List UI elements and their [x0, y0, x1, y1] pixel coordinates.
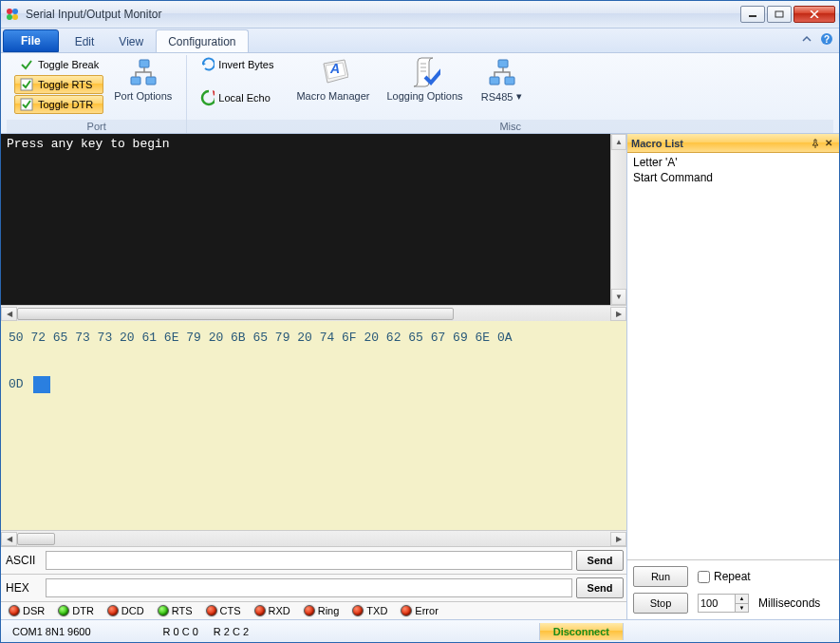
terminal-output[interactable]: Press any key to begin [1, 134, 610, 305]
maximize-button[interactable] [767, 6, 792, 23]
led-icon [254, 605, 266, 616]
macro-panel-title: Macro List [631, 138, 809, 149]
interval-input[interactable] [698, 594, 736, 613]
led-icon [58, 605, 69, 616]
led-icon [9, 605, 20, 616]
titlebar: Serial Input/Output Monitor [1, 1, 839, 28]
minimize-button[interactable] [740, 6, 765, 23]
check-icon [19, 57, 34, 72]
repeat-label: Repeat [714, 570, 751, 583]
file-menu[interactable]: File [3, 29, 59, 52]
macro-controls: Run Repeat Stop ▲▼ Milliseconds [627, 559, 839, 619]
ribbon-group-misc: Invert Bytes Local Echo A Macro Manager [187, 55, 833, 133]
network-icon [487, 58, 517, 88]
status-bar: COM1 8N1 9600 R 0 C 0 R 2 C 2 Disconnect [1, 619, 839, 642]
toggle-break-button[interactable]: Toggle Break [14, 55, 103, 74]
toggle-rts-button[interactable]: Toggle RTS [14, 75, 103, 94]
status-port: COM1 8N1 9600 [5, 626, 99, 637]
led-error: Error [395, 605, 443, 616]
scroll-up-icon[interactable]: ▲ [611, 134, 626, 150]
scroll-left-icon[interactable]: ◀ [1, 307, 17, 321]
led-icon [206, 605, 217, 616]
svg-rect-15 [490, 77, 499, 85]
ribbon-group-misc-label: Misc [187, 120, 833, 133]
app-window: Serial Input/Output Monitor File Edit Vi… [0, 0, 840, 643]
scroll-right-icon[interactable]: ▶ [610, 307, 626, 321]
help-icon[interactable]: ? [820, 32, 833, 48]
close-button[interactable] [793, 6, 835, 23]
ascii-input[interactable] [46, 551, 572, 570]
terminal-hscrollbar[interactable]: ◀ ▶ [1, 305, 626, 321]
disconnect-button[interactable]: Disconnect [539, 623, 624, 640]
ribbon-group-port-label: Port [7, 120, 186, 133]
port-options-button[interactable]: Port Options [107, 55, 178, 104]
tab-edit[interactable]: Edit [63, 29, 107, 52]
led-icon [158, 605, 169, 616]
menu-tabs: File Edit View Configuration ? [1, 28, 839, 53]
led-dtr: DTR [52, 605, 100, 616]
network-icon [128, 58, 159, 88]
ascii-send-button[interactable]: Send [576, 550, 624, 571]
led-icon [401, 605, 412, 616]
run-button[interactable]: Run [633, 566, 688, 587]
scrollbar-thumb[interactable] [17, 308, 454, 320]
rs485-button[interactable]: RS485▾ [474, 55, 531, 105]
led-dcd: DCD [102, 605, 150, 616]
status-cursor1: R 0 C 0 [156, 626, 206, 637]
hex-cursor [33, 376, 50, 393]
toggle-dtr-button[interactable]: Toggle DTR [14, 95, 103, 114]
local-echo-button[interactable]: Local Echo [195, 88, 278, 107]
close-panel-icon[interactable]: ✕ [822, 137, 835, 150]
invert-bytes-button[interactable]: Invert Bytes [195, 55, 278, 74]
led-icon [352, 605, 364, 616]
signal-led-row: DSR DTR DCD RTS CTS RXD Ring TXD Error [1, 601, 626, 619]
ribbon: Toggle Break Toggle RTS Toggle DTR [1, 53, 839, 134]
scroll-right-icon[interactable]: ▶ [610, 532, 626, 546]
svg-rect-11 [131, 77, 140, 85]
svg-rect-14 [498, 60, 508, 67]
scroll-left-icon[interactable]: ◀ [1, 532, 17, 546]
hex-send-button[interactable]: Send [576, 577, 624, 598]
tab-configuration[interactable]: Configuration [156, 29, 248, 52]
macro-item[interactable]: Start Command [631, 170, 835, 185]
echo-icon [199, 90, 215, 105]
hex-output[interactable]: 50 72 65 73 73 20 61 6E 79 20 6B 65 79 2… [1, 321, 626, 530]
tab-view[interactable]: View [106, 29, 156, 52]
led-rxd: RXD [249, 605, 296, 616]
svg-point-2 [7, 14, 12, 20]
hex-label: HEX [4, 581, 42, 595]
svg-rect-4 [749, 15, 756, 17]
dropdown-caret-icon: ▾ [516, 90, 522, 103]
stepper-up-icon[interactable]: ▲ [736, 595, 748, 604]
check-box-icon [19, 97, 34, 112]
window-title: Serial Input/Output Monitor [26, 8, 740, 21]
hex-send-row: HEX Send [1, 574, 626, 601]
check-box-icon [19, 77, 34, 92]
terminal-vscrollbar[interactable]: ▲ ▼ [610, 134, 626, 305]
svg-text:?: ? [824, 34, 830, 45]
svg-point-3 [12, 14, 18, 20]
repeat-checkbox[interactable] [698, 571, 710, 583]
scrollbar-thumb[interactable] [17, 533, 55, 545]
repeat-checkbox-wrap[interactable]: Repeat [698, 570, 751, 583]
interval-stepper[interactable]: ▲▼ [736, 594, 749, 613]
collapse-ribbon-icon[interactable] [801, 33, 812, 47]
macro-list[interactable]: Letter 'A' Start Command [627, 153, 839, 559]
pin-icon[interactable] [809, 137, 822, 150]
svg-point-0 [7, 9, 12, 14]
macro-manager-button[interactable]: A Macro Manager [289, 55, 376, 104]
macro-item[interactable]: Letter 'A' [631, 155, 835, 170]
main-area: Press any key to begin ▲ ▼ ◀ ▶ 50 72 65 … [1, 134, 839, 619]
ribbon-group-port: Toggle Break Toggle RTS Toggle DTR [7, 55, 187, 133]
status-cursor2: R 2 C 2 [206, 626, 256, 637]
refresh-icon [199, 57, 215, 72]
logging-options-button[interactable]: Logging Options [380, 55, 469, 104]
led-icon [107, 605, 119, 616]
hex-input[interactable] [46, 578, 572, 597]
stop-button[interactable]: Stop [633, 593, 688, 614]
ascii-send-row: ASCII Send [1, 546, 626, 574]
hex-hscrollbar[interactable]: ◀ ▶ [1, 530, 626, 546]
stepper-down-icon[interactable]: ▼ [736, 604, 748, 613]
led-txd: TXD [346, 605, 393, 616]
scroll-down-icon[interactable]: ▼ [611, 289, 626, 305]
